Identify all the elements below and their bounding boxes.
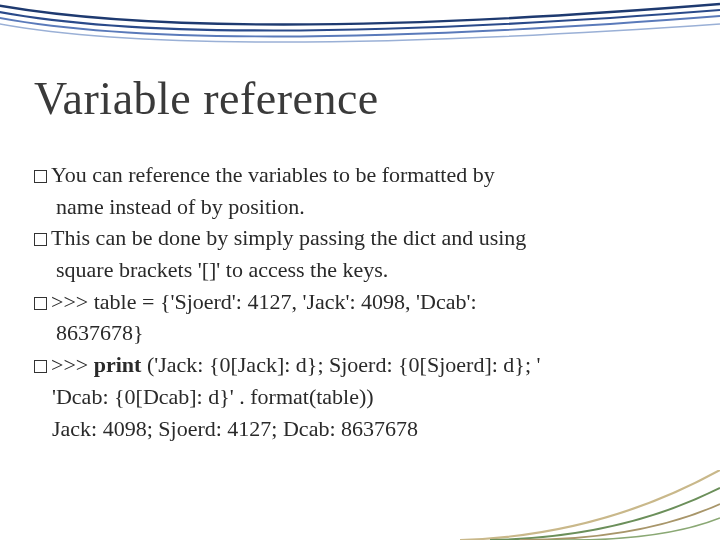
slide-body: You can reference the variables to be fo… bbox=[34, 160, 680, 445]
slide-title: Variable reference bbox=[34, 72, 379, 125]
bullet-4-prefix: >>> bbox=[51, 352, 94, 377]
bullet-1-text: You can reference the variables to be fo… bbox=[51, 162, 495, 187]
bullet-2-cont: square brackets '[]' to access the keys. bbox=[34, 255, 680, 285]
bullet-3-text: >>> table = {'Sjoerd': 4127, 'Jack': 409… bbox=[51, 289, 477, 314]
bullet-square-icon bbox=[34, 170, 47, 183]
bullet-1-cont: name instead of by position. bbox=[34, 192, 680, 222]
bullet-4-rest: ('Jack: {0[Jack]: d}; Sjoerd: {0[Sjoerd]… bbox=[141, 352, 540, 377]
bullet-4: >>> print ('Jack: {0[Jack]: d}; Sjoerd: … bbox=[34, 350, 680, 380]
bullet-2: This can be done by simply passing the d… bbox=[34, 223, 680, 253]
slide: Variable reference You can reference the… bbox=[0, 0, 720, 540]
bottom-corner-decoration bbox=[460, 470, 720, 540]
bullet-square-icon bbox=[34, 360, 47, 373]
top-swoosh-decoration bbox=[0, 0, 720, 65]
output-line: Jack: 4098; Sjoerd: 4127; Dcab: 8637678 bbox=[34, 414, 680, 444]
bullet-square-icon bbox=[34, 297, 47, 310]
bullet-3: >>> table = {'Sjoerd': 4127, 'Jack': 409… bbox=[34, 287, 680, 317]
bullet-1: You can reference the variables to be fo… bbox=[34, 160, 680, 190]
bullet-4-cont: 'Dcab: {0[Dcab]: d}' . format(table)) bbox=[34, 382, 680, 412]
bullet-square-icon bbox=[34, 233, 47, 246]
bullet-3-cont: 8637678} bbox=[34, 318, 680, 348]
bullet-2-text: This can be done by simply passing the d… bbox=[51, 225, 526, 250]
bullet-4-print-keyword: print bbox=[94, 352, 142, 377]
